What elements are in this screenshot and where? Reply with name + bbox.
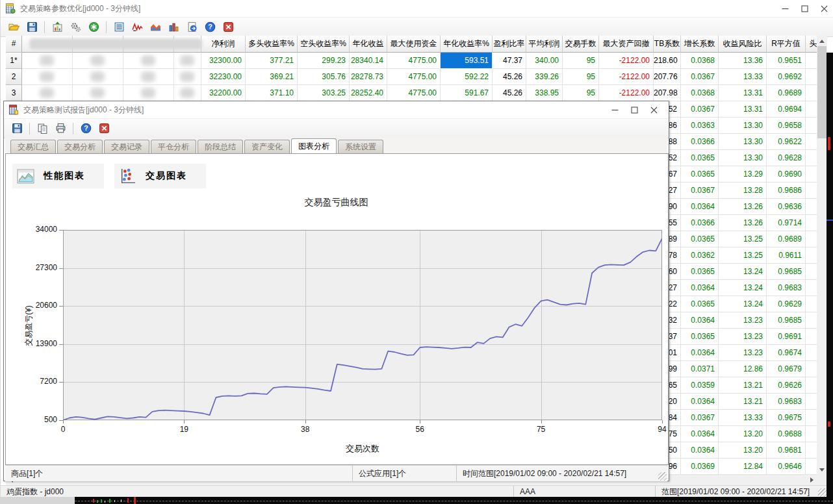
cell-profit_ratio[interactable]: 47.37: [493, 53, 526, 69]
scroll-up-arrow[interactable]: [817, 36, 827, 46]
cell-profit_ratio[interactable]: 45.26: [493, 85, 526, 101]
scroll-right-arrow[interactable]: [806, 475, 817, 485]
cell-rsq[interactable]: 0.9646: [767, 459, 806, 475]
cell-growth[interactable]: 0.0367: [681, 101, 719, 118]
cell-max_capital[interactable]: 4775.00: [387, 53, 441, 69]
cell-rsq[interactable]: 0.9714: [767, 215, 806, 231]
cell-pos[interactable]: 31.: [806, 377, 817, 394]
column-header-年化收益率%[interactable]: 年化收益率%: [441, 36, 493, 53]
cell-growth[interactable]: 0.0364: [681, 394, 719, 410]
cell-pos[interactable]: 36.: [806, 134, 817, 150]
table-vertical-scrollbar[interactable]: [817, 36, 827, 475]
cell-growth[interactable]: 0.0363: [681, 118, 719, 134]
cell-growth[interactable]: 0.0364: [681, 199, 719, 215]
cell-growth[interactable]: 0.0364: [681, 345, 719, 361]
cell-pos[interactable]: 32.: [806, 247, 817, 264]
cell-pos[interactable]: 35.: [806, 101, 817, 118]
cell-rsq[interactable]: 0.9675: [767, 410, 806, 426]
cell-growth[interactable]: 0.0365: [681, 166, 719, 183]
cell-risk[interactable]: 13.30: [719, 118, 767, 134]
cell-pos[interactable]: 36.: [806, 215, 817, 231]
cell-short_pct[interactable]: 299.23: [298, 53, 350, 69]
scroll-down-arrow[interactable]: [817, 464, 827, 475]
cell-growth[interactable]: 0.0365: [681, 264, 719, 280]
cell-pos[interactable]: 32.: [806, 459, 817, 475]
cell-rsq[interactable]: 0.9685: [767, 312, 806, 329]
cell-rsq[interactable]: 0.9629: [767, 296, 806, 312]
cell-risk[interactable]: 13.36: [719, 53, 767, 69]
column-header-年化收益[interactable]: 年化收益: [350, 36, 387, 53]
cell-rsq[interactable]: 0.9683: [767, 394, 806, 410]
cell-risk[interactable]: 13.25: [719, 231, 767, 247]
cell-r3[interactable]: [123, 69, 174, 85]
cell-max_drawdown[interactable]: -2122.00: [599, 85, 654, 101]
cell-risk[interactable]: 13.21: [719, 394, 767, 410]
maximize-window-button[interactable]: [795, 1, 814, 16]
cell-lots[interactable]: 95: [563, 85, 599, 101]
optimize-chart-icon[interactable]: [50, 20, 64, 34]
cell-r3[interactable]: [123, 85, 174, 101]
cell-rsq[interactable]: 0.9679: [767, 361, 806, 377]
cell-risk[interactable]: 13.21: [719, 377, 767, 394]
cell-pos[interactable]: 32.: [806, 118, 817, 134]
cell-short_pct[interactable]: 305.76: [298, 69, 350, 85]
cell-pos[interactable]: 35.: [806, 296, 817, 312]
performance-chart-button[interactable]: 性能图表: [12, 164, 104, 188]
cell-pos[interactable]: 34.: [806, 345, 817, 361]
column-header-增长系数[interactable]: 增长系数: [681, 36, 719, 53]
cell-r1[interactable]: [22, 85, 73, 101]
cell-growth[interactable]: 0.0367: [681, 69, 719, 85]
cell-max_drawdown[interactable]: -2122.00: [599, 69, 654, 85]
trade-chart-button[interactable]: 交易图表: [114, 164, 206, 188]
scroll-thumb[interactable]: [817, 46, 827, 138]
cell-rsq[interactable]: 0.9686: [767, 183, 806, 199]
cell-pos[interactable]: 36.: [806, 53, 817, 69]
cell-r2[interactable]: [73, 53, 123, 69]
cell-growth[interactable]: 0.0366: [681, 134, 719, 150]
cell-pos[interactable]: 34.: [806, 426, 817, 442]
cell-rsq[interactable]: 0.9694: [767, 101, 806, 118]
tab-图表分析[interactable]: 图表分析: [291, 138, 337, 153]
cell-risk[interactable]: 13.23: [719, 312, 767, 329]
report-resize-grip[interactable]: [658, 472, 667, 481]
cell-pos[interactable]: 35.: [806, 69, 817, 85]
close-window-button[interactable]: [644, 103, 663, 117]
cell-rsq[interactable]: 0.9689: [767, 231, 806, 247]
cell-pos[interactable]: 35.: [806, 85, 817, 101]
cell-r2[interactable]: [73, 69, 123, 85]
cell-pos[interactable]: 34.: [806, 394, 817, 410]
cell-growth[interactable]: 0.0365: [681, 329, 719, 345]
tab-交易汇总[interactable]: 交易汇总: [10, 140, 56, 153]
cell-rsq[interactable]: 0.9683: [767, 280, 806, 296]
column-header-净利润[interactable]: 净利润: [201, 36, 246, 53]
cell-risk[interactable]: 13.30: [719, 150, 767, 166]
cell-pos[interactable]: 35.: [806, 264, 817, 280]
cell-risk[interactable]: 13.33: [719, 69, 767, 85]
cell-profit_ratio[interactable]: 45.26: [493, 69, 526, 85]
tab-交易记录[interactable]: 交易记录: [104, 140, 149, 153]
bar-chart-icon[interactable]: [166, 20, 181, 34]
close-icon[interactable]: [97, 121, 111, 136]
cell-pos[interactable]: 34.: [806, 183, 817, 199]
cell-pos[interactable]: 34.: [806, 361, 817, 377]
column-header-TB系数[interactable]: TB系数: [654, 36, 681, 53]
column-header-空头收益率%[interactable]: 空头收益率%: [298, 36, 350, 53]
cell-growth[interactable]: 0.0369: [681, 459, 719, 475]
cell-annual_pct[interactable]: 592.22: [441, 69, 493, 85]
cell-growth[interactable]: 0.0362: [681, 247, 719, 264]
cell-pos[interactable]: 34.: [806, 329, 817, 345]
column-header-盈利比率[interactable]: 盈利比率: [493, 36, 526, 53]
cell-rsq[interactable]: 0.9636: [767, 199, 806, 215]
cell-pos[interactable]: 35.: [806, 166, 817, 183]
column-header-R平方值[interactable]: R平方值: [767, 36, 806, 53]
cell-risk[interactable]: 13.26: [719, 199, 767, 215]
tab-阶段总结[interactable]: 阶段总结: [198, 140, 243, 153]
cell-risk[interactable]: 13.26: [719, 215, 767, 231]
column-header-头寸规模[interactable]: 头寸规模: [806, 36, 817, 53]
column-header-多头收益率%[interactable]: 多头收益率%: [246, 36, 298, 53]
cell-risk[interactable]: 13.20: [719, 426, 767, 442]
cell-avg_profit[interactable]: 340.00: [526, 53, 563, 69]
cell-rsq[interactable]: 0.9689: [767, 85, 806, 101]
cell-risk[interactable]: 13.30: [719, 134, 767, 150]
cell-growth[interactable]: 0.0367: [681, 183, 719, 199]
